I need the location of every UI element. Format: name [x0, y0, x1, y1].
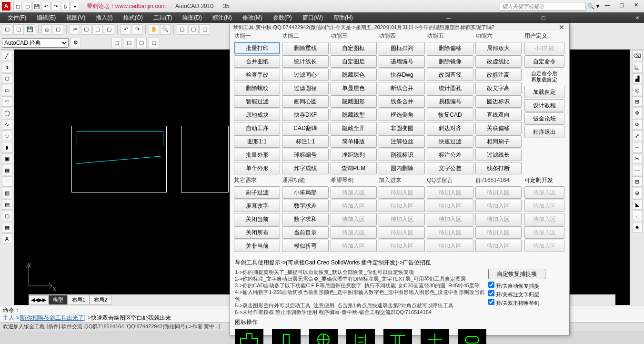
menu-param[interactable]: 参数(P) — [268, 13, 297, 23]
props-icon[interactable]: ▢ — [177, 24, 187, 35]
arc-icon[interactable]: ◠ — [2, 96, 12, 107]
plot-icon[interactable]: ⎙ — [41, 24, 52, 35]
fn-button[interactable]: 自定图层 — [331, 55, 377, 68]
fn-button[interactable]: 简单排版 — [331, 135, 377, 148]
mtext-icon[interactable]: A — [2, 233, 12, 244]
fn-button[interactable]: 智能过滤 — [234, 95, 280, 108]
copy-icon[interactable]: ▢ — [81, 24, 91, 35]
offset-icon[interactable]: ◎ — [632, 85, 643, 95]
redo-icon[interactable]: ↷ — [132, 24, 142, 35]
menu-view[interactable]: 视图(V) — [61, 13, 90, 23]
table-icon[interactable]: ▦ — [2, 222, 12, 233]
tab-nav[interactable]: ◀◀▶▶ — [29, 295, 49, 304]
tab-layout2[interactable]: 布局2 — [90, 295, 111, 305]
break-icon[interactable]: ⊟ — [632, 176, 643, 187]
qat-open-icon[interactable]: ▢ — [23, 2, 31, 10]
side2-btn-0[interactable]: 加载自定 — [524, 86, 564, 98]
fn-button[interactable]: 自定图框 — [331, 42, 377, 54]
fn-button[interactable]: 圆内删除 — [379, 162, 425, 174]
mirror-icon[interactable]: ▟ — [632, 73, 643, 84]
layer-icon[interactable]: ▢ — [111, 38, 122, 48]
fn-button[interactable]: 剖视标识 — [379, 149, 425, 161]
erase-icon[interactable]: ⌫ — [632, 51, 643, 61]
fn-button[interactable]: 批量外形 — [234, 149, 280, 161]
tab-layout1[interactable]: 布局1 — [68, 295, 90, 305]
fn-button[interactable]: 查询PEM — [331, 162, 377, 174]
qat-print-icon[interactable]: ⎙ — [61, 2, 70, 10]
fn-button[interactable]: 删除螺纹 — [234, 82, 280, 94]
fn-button[interactable]: 快存Dwg — [379, 69, 425, 81]
ellipsearc-icon[interactable]: ◗ — [2, 142, 12, 152]
fn-button[interactable]: 批量打印 — [234, 42, 280, 54]
fn-button[interactable]: 相同刷子 — [475, 135, 522, 148]
region-icon[interactable]: ▢ — [2, 211, 12, 221]
copy2-icon[interactable]: ⿻ — [632, 62, 643, 72]
menu-insert[interactable]: 插入(I) — [91, 13, 117, 23]
fn-button[interactable]: 改文字高 — [475, 82, 522, 94]
qat-save-icon[interactable]: 💾 — [32, 2, 41, 10]
fn-button[interactable]: 检查手改 — [234, 69, 280, 81]
spline-icon[interactable]: ∿ — [2, 119, 12, 130]
fn-button[interactable]: CAD翻译 — [282, 122, 328, 134]
shape-plus-icon[interactable] — [421, 329, 449, 344]
match-icon[interactable]: ▢ — [104, 24, 114, 35]
layer2-icon[interactable]: ▢ — [124, 38, 134, 48]
menu-modify[interactable]: 修改(M) — [238, 13, 267, 23]
fn-button[interactable]: 小笨局部 — [282, 186, 328, 199]
fn-button[interactable]: 统计线长 — [282, 55, 328, 68]
chamfer-icon[interactable]: ◣ — [632, 199, 643, 210]
opt-check-0[interactable]: 开/关自动恢复捕捉 — [488, 281, 564, 290]
scale-icon[interactable]: ⤢ — [632, 131, 643, 141]
preview-icon[interactable]: ▢ — [53, 24, 63, 35]
minimize-button[interactable]: — — [601, 2, 614, 10]
fn-button[interactable]: 关闭当前 — [234, 213, 280, 225]
fn-button[interactable]: 单显层色 — [331, 82, 377, 94]
fn-button[interactable]: 斜边对齐 — [427, 122, 473, 134]
fn-button[interactable]: 局部放大 — [475, 42, 522, 54]
dialog-close-icon[interactable]: ✕ — [557, 23, 566, 31]
fn-button[interactable]: 过滤同心 — [282, 69, 328, 81]
save-icon[interactable]: 💾 — [25, 24, 35, 35]
fn-button[interactable]: 过滤线长 — [475, 149, 522, 161]
qat-more-icon[interactable]: ▾ — [70, 2, 79, 10]
fn-button[interactable]: 圆边标识 — [475, 95, 522, 108]
shape-notch-icon[interactable] — [235, 329, 263, 344]
ellipse-icon[interactable]: ⬭ — [2, 131, 12, 141]
fn-button[interactable]: 数字求和 — [282, 213, 328, 225]
qat-undo-icon[interactable]: ↶ — [42, 2, 50, 10]
fn-button[interactable]: 标注公差 — [427, 149, 473, 161]
fn-button[interactable]: 删除重线 — [282, 42, 328, 54]
fn-button[interactable]: 屏幕改字 — [234, 200, 280, 212]
infocenter-icon[interactable]: ▾ — [596, 3, 599, 10]
pline-icon[interactable]: ↯ — [2, 62, 12, 72]
zoom-icon[interactable]: 🔍 — [160, 24, 171, 35]
fn-button[interactable]: 递增编号 — [379, 55, 425, 68]
fn-button[interactable]: 刷子过滤 — [234, 186, 280, 199]
dialog-title-bar[interactable]: 琴剑工具-黄中秋-QQ:674422942(微信同号)-今天是->星期五, 20… — [230, 23, 569, 31]
open-icon[interactable]: ▢ — [13, 24, 24, 35]
close-button[interactable]: ✕ — [630, 2, 642, 10]
fn-button[interactable]: 删除镜像 — [427, 55, 473, 68]
fn-button[interactable]: 图框排列 — [379, 42, 425, 54]
layer3-icon[interactable]: ▢ — [136, 38, 147, 48]
menu-edit[interactable]: 编辑(E) — [32, 13, 60, 23]
fn-button[interactable]: 文字公差 — [427, 162, 473, 174]
grad-icon[interactable]: ▤ — [2, 199, 12, 210]
fillet-icon[interactable]: ◟ — [632, 211, 643, 221]
fn-button[interactable]: 隐藏图形 — [331, 95, 377, 108]
pan-icon[interactable]: ✋ — [149, 24, 159, 35]
fn-button[interactable]: 快速过滤 — [427, 135, 473, 148]
menu-dim[interactable]: 标注(N) — [208, 13, 237, 23]
line-icon[interactable]: ╱ — [2, 51, 12, 61]
menu-file[interactable]: 文件(F) — [3, 13, 31, 23]
fn-button[interactable]: 合并图纸 — [234, 55, 280, 68]
fn-button[interactable]: 隐藏线型 — [331, 109, 377, 121]
fn-button[interactable]: 注解拉丝 — [379, 135, 425, 148]
fn-button[interactable]: 断线合并 — [379, 82, 425, 94]
explode-icon[interactable]: ✸ — [632, 222, 643, 233]
fn-button[interactable]: 恢复CAD — [427, 109, 473, 121]
new-icon[interactable]: ▢ — [2, 24, 12, 35]
maximize-button[interactable]: ▢ — [615, 2, 628, 10]
fn-button[interactable]: 单个外形 — [234, 162, 280, 174]
polygon-icon[interactable]: ⬡ — [2, 73, 12, 84]
